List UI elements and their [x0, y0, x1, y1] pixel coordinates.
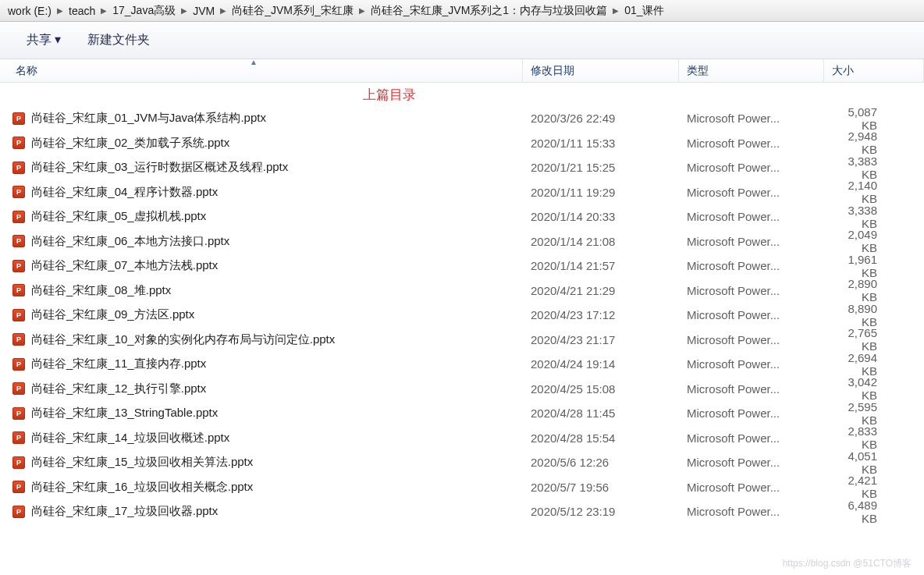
file-row[interactable]: P 尚硅谷_宋红康_16_垃圾回收相关概念.pptx 2020/5/7 19:5… [0, 475, 924, 500]
file-row[interactable]: P 尚硅谷_宋红康_01_JVM与Java体系结构.pptx 2020/3/26… [0, 106, 924, 131]
file-row[interactable]: P 尚硅谷_宋红康_06_本地方法接口.pptx 2020/1/14 21:08… [0, 229, 924, 254]
file-size: 2,049 KB [824, 228, 924, 254]
file-type: Microsoft Power... [679, 210, 824, 223]
file-size: 2,140 KB [824, 179, 924, 205]
file-date: 2020/1/14 21:57 [523, 259, 679, 272]
file-row[interactable]: P 尚硅谷_宋红康_17_垃圾回收器.pptx 2020/5/12 23:19 … [0, 499, 924, 524]
file-row[interactable]: P 尚硅谷_宋红康_09_方法区.pptx 2020/4/23 17:12 Mi… [0, 303, 924, 328]
powerpoint-icon: P [12, 211, 25, 223]
powerpoint-icon: P [12, 112, 25, 125]
file-row[interactable]: P 尚硅谷_宋红康_03_运行时数据区概述及线程.pptx 2020/1/21 … [0, 155, 924, 180]
file-row[interactable]: P 尚硅谷_宋红康_13_StringTable.pptx 2020/4/28 … [0, 401, 924, 426]
file-row[interactable]: P 尚硅谷_宋红康_11_直接内存.pptx 2020/4/24 19:14 M… [0, 352, 924, 377]
file-name: 尚硅谷_宋红康_17_垃圾回收器.pptx [31, 504, 218, 519]
file-name: 尚硅谷_宋红康_01_JVM与Java体系结构.pptx [31, 111, 266, 126]
breadcrumb-seg[interactable]: teach [67, 5, 97, 17]
file-date: 2020/4/24 19:14 [523, 357, 679, 371]
file-type: Microsoft Power... [679, 382, 824, 396]
powerpoint-icon: P [12, 333, 25, 346]
file-date: 2020/4/23 17:12 [523, 308, 679, 321]
share-button[interactable]: 共享 ▾ [27, 32, 61, 48]
breadcrumb-seg[interactable]: 17_Java高级 [111, 4, 177, 18]
breadcrumb-seg[interactable]: 尚硅谷_宋红康_JVM系列之1：内存与垃圾回收篇 [369, 4, 609, 18]
column-header-name[interactable]: 名称 [0, 59, 523, 82]
file-row[interactable]: P 尚硅谷_宋红康_12_执行引擎.pptx 2020/4/25 15:08 M… [0, 377, 924, 402]
file-size: 2,694 KB [824, 351, 924, 378]
file-size: 6,489 KB [824, 499, 924, 525]
file-date: 2020/4/28 11:45 [523, 406, 679, 420]
chevron-right-icon[interactable]: ▶ [216, 6, 230, 15]
chevron-right-icon[interactable]: ▶ [609, 6, 623, 15]
file-name: 尚硅谷_宋红康_06_本地方法接口.pptx [31, 234, 229, 249]
file-type: Microsoft Power... [679, 456, 824, 469]
file-name: 尚硅谷_宋红康_13_StringTable.pptx [31, 406, 218, 421]
file-size: 3,338 KB [824, 204, 924, 230]
file-row[interactable]: P 尚硅谷_宋红康_15_垃圾回收相关算法.pptx 2020/5/6 12:2… [0, 450, 924, 475]
file-row[interactable]: P 尚硅谷_宋红康_02_类加载子系统.pptx 2020/1/11 15:33… [0, 131, 924, 156]
file-date: 2020/4/23 21:17 [523, 333, 679, 346]
file-name: 尚硅谷_宋红康_05_虚拟机栈.pptx [31, 209, 206, 224]
file-type: Microsoft Power... [679, 112, 824, 125]
powerpoint-icon: P [12, 137, 25, 149]
breadcrumb-seg[interactable]: 01_课件 [623, 4, 666, 18]
file-name: 尚硅谷_宋红康_08_堆.pptx [31, 283, 171, 298]
file-type: Microsoft Power... [679, 161, 824, 174]
breadcrumb[interactable]: work (E:) ▶ teach ▶ 17_Java高级 ▶ JVM ▶ 尚硅… [0, 0, 924, 22]
chevron-right-icon[interactable]: ▶ [97, 6, 111, 15]
file-list: P 尚硅谷_宋红康_01_JVM与Java体系结构.pptx 2020/3/26… [0, 83, 924, 524]
chevron-right-icon[interactable]: ▶ [177, 6, 191, 15]
powerpoint-icon: P [12, 309, 25, 321]
file-date: 2020/1/11 15:33 [523, 137, 679, 150]
file-name: 尚硅谷_宋红康_02_类加载子系统.pptx [31, 136, 229, 151]
chevron-right-icon[interactable]: ▶ [53, 6, 67, 15]
new-folder-button[interactable]: 新建文件夹 [87, 32, 150, 48]
file-name: 尚硅谷_宋红康_09_方法区.pptx [31, 307, 194, 322]
file-type: Microsoft Power... [679, 357, 824, 371]
file-row[interactable]: P 尚硅谷_宋红康_10_对象的实例化内存布局与访问定位.pptx 2020/4… [0, 328, 924, 353]
file-size: 2,833 KB [824, 424, 924, 451]
file-row[interactable]: P 尚硅谷_宋红康_05_虚拟机栈.pptx 2020/1/14 20:33 M… [0, 204, 924, 229]
breadcrumb-seg[interactable]: work (E:) [6, 5, 53, 17]
powerpoint-icon: P [12, 284, 25, 296]
file-date: 2020/4/21 21:29 [523, 284, 679, 297]
breadcrumb-seg[interactable]: 尚硅谷_JVM系列_宋红康 [230, 4, 355, 18]
file-name: 尚硅谷_宋红康_07_本地方法栈.pptx [31, 258, 218, 273]
powerpoint-icon: P [12, 431, 25, 444]
powerpoint-icon: P [12, 358, 25, 371]
toolbar: 共享 ▾ 新建文件夹 [0, 22, 924, 59]
sort-ascending-icon: ▲ [250, 58, 258, 66]
file-type: Microsoft Power... [679, 431, 824, 445]
column-header-date[interactable]: 修改日期 [523, 59, 679, 82]
powerpoint-icon: P [12, 161, 25, 174]
file-size: 8,890 KB [824, 302, 924, 328]
file-row[interactable]: P 尚硅谷_宋红康_08_堆.pptx 2020/4/21 21:29 Micr… [0, 279, 924, 303]
powerpoint-icon: P [12, 382, 25, 395]
chevron-right-icon[interactable]: ▶ [355, 6, 369, 15]
file-type: Microsoft Power... [679, 505, 824, 518]
file-type: Microsoft Power... [679, 308, 824, 321]
file-name: 尚硅谷_宋红康_04_程序计数器.pptx [31, 185, 218, 200]
column-header-type[interactable]: 类型 [679, 59, 824, 82]
file-date: 2020/4/28 15:54 [523, 431, 679, 445]
file-size: 1,961 KB [824, 253, 924, 279]
file-type: Microsoft Power... [679, 284, 824, 297]
file-name: 尚硅谷_宋红康_15_垃圾回收相关算法.pptx [31, 455, 253, 470]
file-size: 2,890 KB [824, 277, 924, 303]
file-date: 2020/1/11 19:29 [523, 186, 679, 199]
column-headers: ▲ 名称 修改日期 类型 大小 [0, 59, 924, 83]
powerpoint-icon: P [12, 506, 25, 518]
annotation-label: 上篇目录 [363, 86, 416, 104]
file-name: 尚硅谷_宋红康_10_对象的实例化内存布局与访问定位.pptx [31, 332, 335, 347]
file-date: 2020/5/6 12:26 [523, 456, 679, 469]
file-row[interactable]: P 尚硅谷_宋红康_07_本地方法栈.pptx 2020/1/14 21:57 … [0, 254, 924, 279]
powerpoint-icon: P [12, 260, 25, 272]
column-header-size[interactable]: 大小 [824, 59, 924, 82]
file-row[interactable]: P 尚硅谷_宋红康_14_垃圾回收概述.pptx 2020/4/28 15:54… [0, 426, 924, 451]
file-type: Microsoft Power... [679, 137, 824, 150]
file-name: 尚硅谷_宋红康_14_垃圾回收概述.pptx [31, 431, 229, 445]
file-type: Microsoft Power... [679, 235, 824, 248]
file-type: Microsoft Power... [679, 259, 824, 272]
breadcrumb-seg[interactable]: JVM [191, 5, 216, 17]
file-size: 2,595 KB [824, 400, 924, 427]
file-row[interactable]: P 尚硅谷_宋红康_04_程序计数器.pptx 2020/1/11 19:29 … [0, 180, 924, 205]
